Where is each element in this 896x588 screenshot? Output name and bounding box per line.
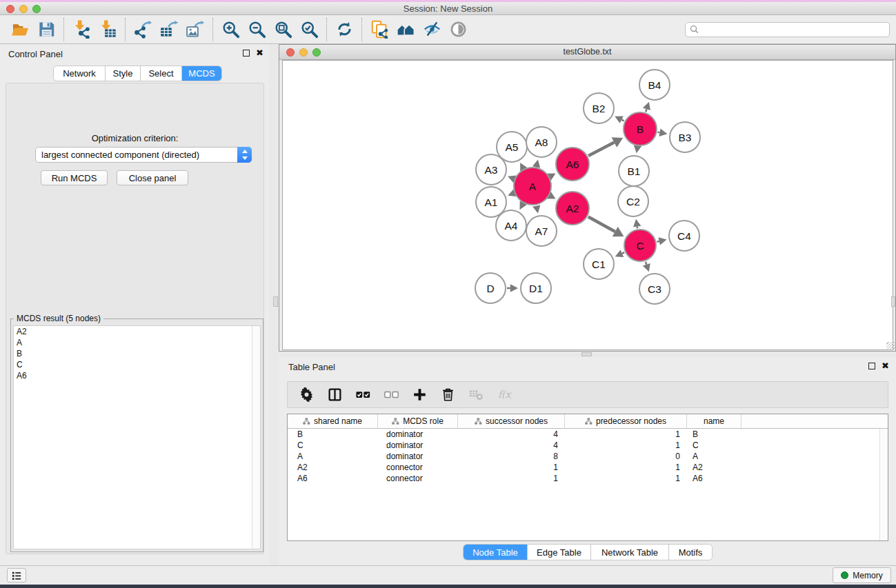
result-list-item[interactable]: C — [14, 359, 260, 370]
memory-button[interactable]: Memory — [833, 567, 891, 583]
close-panel-icon[interactable]: ✖ — [256, 50, 263, 57]
node-table[interactable]: shared nameMCDS rolesuccessor nodesprede… — [287, 414, 888, 541]
close-panel-button[interactable]: Close panel — [117, 170, 188, 185]
export-image-icon — [186, 20, 205, 39]
export-image-button[interactable] — [182, 17, 208, 42]
import-table-button[interactable] — [94, 17, 121, 42]
tab-network[interactable]: Network — [54, 66, 105, 81]
export-table-button[interactable] — [156, 17, 182, 42]
search-input[interactable] — [699, 25, 889, 34]
tab-node-table[interactable]: Node Table — [464, 545, 527, 560]
table-cell: 8 — [458, 451, 565, 462]
mcds-result-list[interactable]: A2ABCA6 — [13, 325, 261, 549]
tab-edge-table[interactable]: Edge Table — [527, 545, 590, 560]
table-settings-gear-button[interactable] — [297, 386, 315, 404]
edge-B-B4[interactable] — [646, 109, 646, 112]
table-cell: 1 — [565, 473, 687, 484]
column-header-name[interactable]: name — [687, 414, 741, 428]
table-row[interactable]: Cdominator41C — [288, 440, 888, 451]
edge-B-B2[interactable] — [621, 120, 624, 121]
task-history-button[interactable] — [7, 568, 26, 582]
criterion-dropdown[interactable]: largest connected component (directed) — [35, 147, 252, 163]
memory-label: Memory — [853, 571, 882, 580]
network-graph[interactable]: AA1A2A3A4A5A6A7A8BB1B2B3B4CC1C2C3C4DD1 — [283, 61, 893, 349]
float-table-panel-icon[interactable] — [868, 363, 875, 369]
delete-columns-button[interactable] — [439, 386, 457, 404]
table-row[interactable]: A2connector11A2 — [288, 462, 888, 473]
right-splitter-handle[interactable] — [891, 296, 895, 307]
edge-C-C4[interactable] — [657, 241, 659, 242]
tab-motifs[interactable]: Motifs — [668, 545, 712, 560]
table-cell: A6 — [288, 473, 378, 484]
refresh-view-button[interactable] — [331, 17, 357, 42]
table-cell: A — [288, 451, 378, 462]
network-window-titlebar[interactable]: testGlobe.txt — [279, 45, 895, 60]
resize-grip[interactable] — [886, 342, 895, 350]
table-row[interactable]: A6connector11A6 — [288, 473, 888, 484]
zoom-in-button[interactable] — [217, 17, 243, 42]
node-label-B: B — [637, 123, 644, 135]
hide-selected-icon — [423, 20, 441, 39]
save-session-button[interactable] — [33, 17, 59, 42]
add-column-button[interactable] — [410, 386, 428, 404]
edge-C-C1[interactable] — [622, 252, 624, 253]
select-all-rows-button[interactable] — [354, 386, 372, 404]
edge-B-B3[interactable] — [658, 132, 660, 133]
export-network-icon — [134, 20, 152, 39]
zoom-fit-icon — [274, 20, 292, 39]
tab-select[interactable]: Select — [140, 66, 181, 81]
edge-arrowhead — [634, 145, 641, 153]
first-neighbors-button[interactable] — [392, 17, 419, 42]
tab-network-table[interactable]: Network Table — [590, 545, 668, 560]
zoom-selected-button[interactable] — [296, 17, 322, 42]
zoom-fit-button[interactable] — [270, 17, 296, 42]
task-list-icon — [12, 571, 21, 580]
search-field[interactable] — [685, 22, 890, 37]
table-body: Bdominator41BCdominator41CAdominator80AA… — [288, 429, 888, 484]
network-window-title: testGlobe.txt — [279, 47, 895, 57]
zoom-out-button[interactable] — [243, 17, 270, 42]
mcds-result-groupbox: MCDS result (5 nodes) A2ABCA6 — [10, 318, 263, 552]
open-session-button[interactable] — [7, 17, 33, 42]
table-scrollbar[interactable] — [879, 429, 888, 540]
result-list-item[interactable]: B — [14, 348, 260, 359]
result-list-item[interactable]: A2 — [14, 326, 260, 337]
horizontal-splitter-handle[interactable] — [581, 352, 592, 356]
column-header-successor-nodes[interactable]: successor nodes — [458, 414, 565, 428]
node-label-D: D — [486, 283, 494, 294]
edge-C-C3[interactable] — [646, 262, 646, 265]
run-mcds-button[interactable]: Run MCDS — [41, 170, 108, 185]
column-header-predecessor-nodes[interactable]: predecessor nodes — [565, 414, 687, 428]
main-titlebar[interactable]: Session: New Session — [0, 2, 896, 15]
column-header-MCDS-role[interactable]: MCDS role — [378, 414, 458, 428]
result-list-item[interactable]: A — [14, 337, 260, 348]
mcds-tab-content: Optimization criterion: largest connecte… — [6, 83, 264, 554]
edge-A2-C[interactable] — [588, 217, 615, 232]
column-header-shared-name[interactable]: shared name — [288, 414, 378, 428]
control-panel-tabs: NetworkStyleSelectMCDS — [54, 66, 221, 81]
node-label-A5: A5 — [506, 141, 519, 153]
svg-text:f(x): f(x) — [497, 389, 511, 400]
tab-style[interactable]: Style — [105, 66, 140, 81]
result-list-scrollbar[interactable] — [252, 326, 260, 549]
export-network-button[interactable] — [130, 17, 156, 42]
close-table-panel-icon[interactable]: ✖ — [882, 363, 889, 369]
network-canvas[interactable]: AA1A2A3A4A5A6A7A8BB1B2B3B4CC1C2C3C4DD1 — [282, 60, 893, 350]
network-view-window[interactable]: testGlobe.txt AA1A2A3A4A5A6A7A8BB1B2B3B4… — [279, 44, 896, 352]
edge-A6-B[interactable] — [588, 143, 614, 156]
vertical-splitter-handle[interactable] — [273, 296, 278, 307]
tab-mcds[interactable]: MCDS — [181, 66, 221, 81]
deselect-all-rows-button[interactable] — [382, 386, 400, 404]
dropdown-stepper-icon[interactable] — [237, 147, 252, 163]
import-network-button[interactable] — [68, 17, 94, 42]
show-all-button[interactable] — [445, 17, 471, 42]
result-list-item[interactable]: A6 — [14, 370, 260, 381]
new-network-from-selection-button[interactable] — [366, 17, 392, 42]
table-row[interactable]: Bdominator41B — [288, 429, 888, 440]
hide-selected-button[interactable] — [419, 17, 445, 42]
float-panel-icon[interactable] — [243, 50, 250, 57]
table-row[interactable]: Adominator80A — [288, 451, 888, 462]
edge-arrowhead — [643, 102, 650, 110]
application-window: Session: New Session Control Panel ✖ Net… — [0, 0, 896, 588]
show-columns-button[interactable] — [326, 386, 344, 404]
